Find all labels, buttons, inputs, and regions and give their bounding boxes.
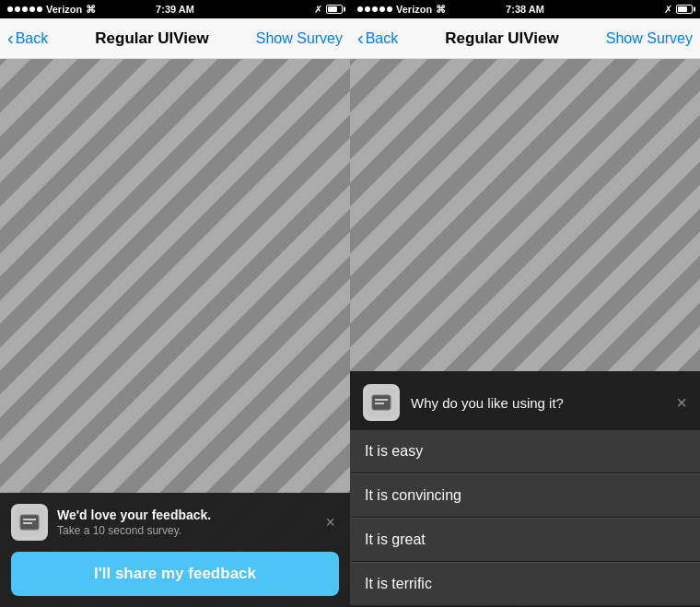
feedback-close-button[interactable]: ×: [321, 509, 339, 536]
left-content-area: We'd love your feedback. Take a 10 secon…: [0, 59, 350, 607]
survey-option-0[interactable]: It is easy: [350, 430, 700, 473]
right-nav-bar: ‹ Back Regular UIView Show Survey: [350, 18, 700, 59]
right-signal-dot-5: [387, 6, 392, 12]
right-time: 7:38 AM: [506, 4, 544, 15]
right-show-survey-button[interactable]: Show Survey: [606, 30, 693, 47]
right-battery-icon: [676, 5, 693, 14]
signal-dots: [7, 6, 42, 12]
survey-app-icon: [363, 384, 400, 421]
left-back-label: Back: [16, 30, 49, 47]
right-status-bar: Verizon ⌘ 7:38 AM ✗: [350, 0, 700, 18]
right-back-label: Back: [366, 30, 399, 47]
feedback-top-row: We'd love your feedback. Take a 10 secon…: [0, 493, 350, 548]
left-back-chevron: ‹: [7, 29, 14, 47]
left-nav-title: Regular UIView: [95, 29, 208, 48]
right-bluetooth-icon: ✗: [664, 4, 672, 16]
right-status-right: ✗: [664, 4, 693, 16]
survey-options-list: It is easy It is convincing It is great …: [350, 430, 700, 607]
battery-icon: [326, 5, 343, 14]
survey-header: Why do you like using it? ×: [350, 371, 700, 430]
right-phone-screen: Verizon ⌘ 7:38 AM ✗ ‹ Back Regular UIVie…: [350, 0, 700, 607]
left-nav-bar: ‹ Back Regular UIView Show Survey: [0, 18, 350, 59]
svg-rect-3: [23, 522, 32, 524]
signal-dot-2: [15, 6, 20, 12]
svg-rect-7: [375, 403, 384, 404]
app-icon-svg: [15, 508, 44, 537]
right-wifi-icon: ⌘: [436, 4, 446, 16]
right-signal-dot-4: [379, 6, 385, 12]
left-back-button[interactable]: ‹ Back: [7, 29, 48, 47]
right-nav-title: Regular UIView: [445, 29, 558, 48]
battery-fill: [328, 6, 337, 12]
right-back-chevron: ‹: [357, 29, 364, 47]
right-back-button[interactable]: ‹ Back: [357, 29, 398, 47]
survey-app-icon-svg: [367, 388, 396, 417]
carrier-label: Verizon: [46, 4, 82, 15]
survey-question: Why do you like using it?: [411, 395, 665, 411]
signal-dot-4: [29, 6, 35, 12]
survey-option-2[interactable]: It is great: [350, 518, 700, 561]
left-show-survey-button[interactable]: Show Survey: [256, 30, 343, 47]
left-status-bar: Verizon ⌘ 7:39 AM ✗: [0, 0, 350, 18]
feedback-banner: We'd love your feedback. Take a 10 secon…: [0, 493, 350, 607]
right-battery-fill: [678, 6, 687, 12]
right-carrier-label: Verizon: [396, 4, 432, 15]
left-phone-screen: Verizon ⌘ 7:39 AM ✗ ‹ Back Regular UIVie…: [0, 0, 350, 607]
feedback-subtitle: Take a 10 second survey.: [57, 524, 312, 537]
survey-close-button[interactable]: ×: [676, 392, 687, 414]
feedback-text: We'd love your feedback. Take a 10 secon…: [57, 508, 312, 537]
left-status-right: ✗: [314, 4, 343, 16]
survey-option-3[interactable]: It is terrific: [350, 562, 700, 605]
svg-rect-2: [23, 519, 36, 520]
survey-option-1[interactable]: It is convincing: [350, 473, 700, 517]
survey-panel: Why do you like using it? × It is easy I…: [350, 371, 700, 607]
feedback-title: We'd love your feedback.: [57, 508, 312, 522]
right-signal-dots: [357, 6, 392, 12]
right-status-left: Verizon ⌘: [357, 4, 446, 16]
svg-rect-6: [375, 399, 388, 401]
wifi-icon: ⌘: [86, 4, 96, 16]
app-icon: [11, 504, 48, 541]
right-content-area: Why do you like using it? × It is easy I…: [350, 59, 700, 607]
share-feedback-button[interactable]: I'll share my feedback: [11, 552, 339, 596]
right-signal-dot-1: [357, 6, 363, 12]
signal-dot-3: [22, 6, 28, 12]
signal-dot-1: [7, 6, 13, 12]
signal-dot-5: [37, 6, 42, 12]
right-signal-dot-3: [372, 6, 378, 12]
left-status-left: Verizon ⌘: [7, 4, 96, 16]
bluetooth-icon: ✗: [314, 4, 322, 16]
left-time: 7:39 AM: [156, 4, 194, 15]
right-signal-dot-2: [365, 6, 370, 12]
